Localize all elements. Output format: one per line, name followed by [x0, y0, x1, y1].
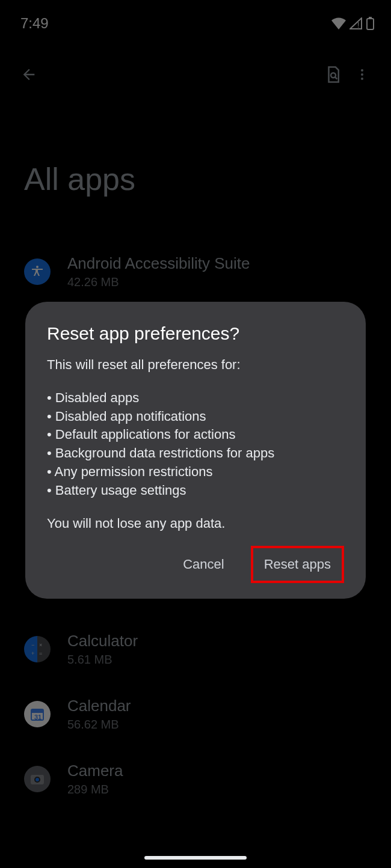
bullet-item: Disabled app notifications: [47, 408, 344, 426]
bullet-item: Background data restrictions for apps: [47, 444, 344, 463]
dialog-lead: This will reset all preferences for:: [47, 356, 344, 374]
dialog-bullets: Disabled apps Disabled app notifications…: [47, 389, 344, 500]
reset-preferences-dialog: Reset app preferences? This will reset a…: [25, 302, 366, 599]
dialog-title: Reset app preferences?: [47, 323, 344, 344]
cancel-button[interactable]: Cancel: [171, 548, 236, 581]
bullet-item: Default applications for actions: [47, 426, 344, 444]
bullet-item: Any permission restrictions: [47, 463, 344, 481]
bullet-item: Battery usage settings: [47, 481, 344, 500]
home-indicator[interactable]: [144, 856, 247, 860]
dialog-actions: Cancel Reset apps: [47, 546, 344, 583]
confirm-highlight: Reset apps: [251, 546, 344, 583]
reset-apps-button[interactable]: Reset apps: [263, 554, 332, 575]
bullet-item: Disabled apps: [47, 389, 344, 408]
dialog-body: This will reset all preferences for: Dis…: [47, 356, 344, 533]
dialog-footer-text: You will not lose any app data.: [47, 515, 344, 533]
